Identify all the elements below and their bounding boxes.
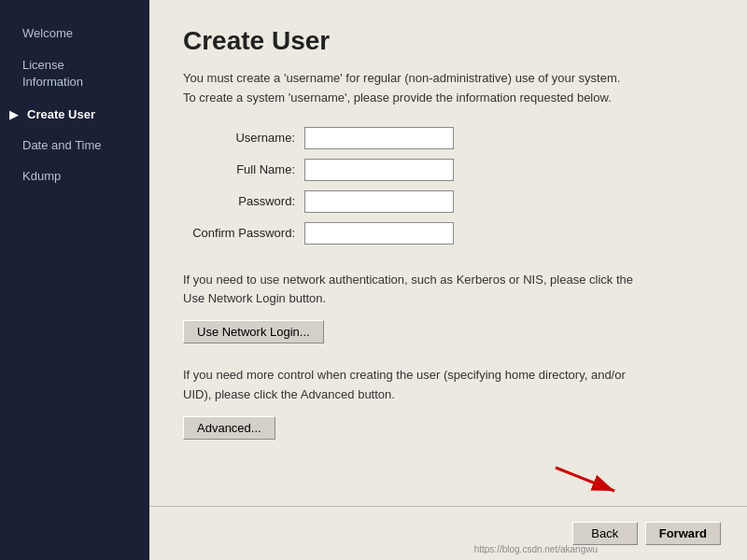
sidebar-item-license[interactable]: LicenseInformation [0,49,149,98]
sidebar-item-label: Welcome [22,26,73,40]
arrow-hint [551,463,626,500]
confirm-password-input[interactable] [304,222,454,245]
confirm-password-row: Confirm Password: [183,222,713,245]
back-button[interactable]: Back [572,522,638,545]
sidebar-item-label: Create User [27,107,95,121]
sidebar-item-label: Date and Time [22,138,102,152]
network-auth-description: If you need to use network authenticatio… [183,271,713,310]
username-row: Username: [183,127,713,149]
sidebar-item-create-user[interactable]: ▶ Create User [0,100,149,129]
sidebar: Welcome LicenseInformation ▶ Create User… [0,0,149,560]
use-network-login-button[interactable]: Use Network Login... [183,320,324,343]
sidebar-item-date-time[interactable]: Date and Time [0,131,149,160]
advanced-button[interactable]: Advanced... [183,416,275,440]
password-label: Password: [183,194,304,208]
active-arrow-icon: ▶ [9,108,18,121]
username-input[interactable] [304,127,454,149]
sidebar-item-welcome[interactable]: Welcome [0,19,149,48]
svg-line-1 [556,468,614,491]
main-content: Create User You must create a 'username'… [149,0,747,560]
bottom-bar: Back Forward [149,506,747,560]
sidebar-item-kdump[interactable]: Kdump [0,161,149,190]
fullname-row: Full Name: [183,159,713,181]
watermark: https://blog.csdn.net/akangwu [474,544,598,554]
description: You must create a 'username' for regular… [183,69,713,108]
sidebar-item-label: LicenseInformation [22,57,83,91]
forward-button[interactable]: Forward [645,522,721,545]
password-row: Password: [183,190,713,213]
sidebar-item-label: Kdump [22,169,61,183]
advanced-description: If you need more control when creating t… [183,366,713,405]
page-title: Create User [183,26,713,56]
password-input[interactable] [304,190,454,213]
fullname-label: Full Name: [183,162,304,176]
confirm-password-label: Confirm Password: [183,226,304,240]
user-form: Username: Full Name: Password: Confirm P… [183,127,713,254]
fullname-input[interactable] [304,159,454,181]
username-label: Username: [183,131,304,145]
